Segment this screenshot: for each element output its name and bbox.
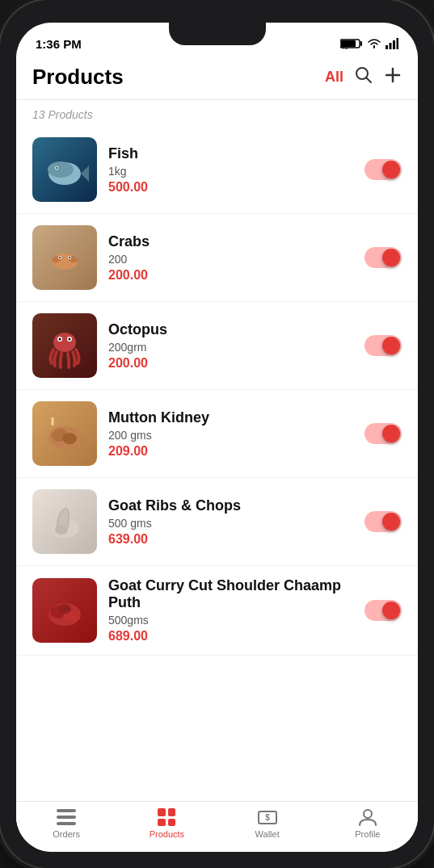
product-toggle-crabs[interactable] (364, 247, 402, 268)
product-toggle-goatribs[interactable] (364, 511, 402, 532)
search-button[interactable] (355, 66, 373, 89)
list-item[interactable]: Fish 1kg 500.00 (16, 126, 418, 214)
products-count: 13 Products (16, 100, 418, 126)
product-image-mutton (32, 401, 97, 466)
battery-icon: 40 (340, 38, 363, 49)
wifi-icon (367, 38, 381, 49)
svg-rect-6 (393, 40, 395, 49)
list-item[interactable]: Goat Curry Cut Shoulder Chaamp Puth 500g… (16, 566, 418, 656)
product-price: 200.00 (108, 356, 353, 371)
notch (169, 23, 266, 45)
phone-screen: 1:36 PM 40 (16, 23, 418, 852)
product-name: Goat Curry Cut Shoulder Chaamp Puth (108, 577, 353, 611)
status-time: 1:36 PM (36, 37, 82, 51)
profile-icon (357, 808, 378, 826)
wallet-icon: $ (257, 808, 278, 826)
bottom-nav: Orders Products $ Wallet (16, 801, 418, 852)
product-price: 200.00 (108, 268, 353, 283)
search-icon (355, 66, 373, 84)
nav-item-orders[interactable]: Orders (16, 808, 116, 839)
product-qty: 500 gms (108, 517, 353, 530)
svg-line-9 (367, 78, 372, 82)
svg-point-16 (56, 167, 57, 169)
product-price: 209.00 (108, 444, 353, 459)
product-info-fish: Fish 1kg 500.00 (108, 145, 353, 195)
products-grid-icon (158, 808, 175, 826)
nav-label-wallet: Wallet (255, 829, 280, 839)
octopus-illustration (40, 321, 89, 370)
plus-icon (384, 66, 402, 84)
product-price: 639.00 (108, 532, 353, 547)
list-item[interactable]: Mutton Kidney 200 gms 209.00 (16, 390, 418, 478)
product-info-goatribs: Goat Ribs & Chops 500 gms 639.00 (108, 497, 353, 547)
filter-all-button[interactable]: All (325, 69, 343, 86)
orders-icon (56, 808, 77, 826)
product-image-fish (32, 137, 97, 202)
svg-text:$: $ (265, 813, 270, 822)
product-name: Goat Ribs & Chops (108, 497, 353, 514)
list-item[interactable]: Goat Ribs & Chops 500 gms 639.00 (16, 478, 418, 566)
svg-rect-2 (360, 41, 362, 46)
product-qty: 1kg (108, 165, 353, 178)
svg-rect-41 (57, 822, 76, 825)
product-info-crabs: Crabs 200 200.00 (108, 233, 353, 283)
product-qty: 200grm (108, 341, 353, 354)
phone-frame: 1:36 PM 40 (0, 0, 434, 868)
products-list: Fish 1kg 500.00 (16, 126, 418, 801)
svg-rect-40 (57, 816, 76, 819)
product-price: 500.00 (108, 180, 353, 195)
product-price: 689.00 (108, 629, 353, 644)
fish-illustration (40, 145, 89, 194)
list-item[interactable]: Octopus 200grm 200.00 (16, 302, 418, 390)
header: Products All (16, 58, 418, 100)
product-toggle-mutton[interactable] (364, 423, 402, 444)
add-product-button[interactable] (384, 66, 402, 89)
profile-svg-icon (358, 808, 377, 826)
svg-point-28 (69, 338, 71, 341)
svg-text:40: 40 (341, 44, 348, 49)
svg-rect-4 (386, 45, 388, 49)
product-info-goatcurry: Goat Curry Cut Shoulder Chaamp Puth 500g… (108, 577, 353, 644)
svg-point-21 (59, 257, 61, 258)
svg-point-23 (69, 257, 70, 258)
goatcurry-illustration (40, 586, 89, 635)
nav-label-profile: Profile (355, 829, 380, 839)
product-toggle-goatcurry[interactable] (364, 600, 402, 621)
nav-label-orders: Orders (53, 829, 80, 839)
product-name: Octopus (108, 321, 353, 338)
product-image-octopus (32, 313, 97, 378)
product-qty: 200 (108, 253, 353, 266)
nav-label-products: Products (150, 829, 184, 839)
list-item[interactable]: Crabs 200 200.00 (16, 214, 418, 302)
svg-point-44 (364, 810, 372, 818)
product-image-crabs (32, 225, 97, 290)
svg-point-34 (55, 525, 68, 535)
product-name: Mutton Kidney (108, 409, 353, 426)
mutton-illustration (40, 409, 89, 458)
svg-point-13 (48, 161, 74, 178)
product-image-goatcurry (32, 578, 97, 643)
svg-rect-39 (57, 809, 76, 812)
product-qty: 200 gms (108, 429, 353, 442)
wallet-svg-icon: $ (258, 809, 277, 825)
product-name: Fish (108, 145, 353, 162)
nav-item-wallet[interactable]: $ Wallet (217, 808, 318, 839)
svg-point-24 (53, 333, 76, 352)
product-toggle-fish[interactable] (364, 159, 402, 180)
header-actions: All (325, 66, 402, 89)
orders-svg-icon (57, 809, 76, 825)
svg-marker-14 (81, 166, 89, 182)
svg-rect-5 (390, 43, 392, 49)
product-toggle-octopus[interactable] (364, 335, 402, 356)
signal-icon (386, 38, 398, 49)
product-name: Crabs (108, 233, 353, 250)
status-icons: 40 (340, 38, 398, 49)
products-icon (156, 808, 177, 826)
product-info-mutton: Mutton Kidney 200 gms 209.00 (108, 409, 353, 459)
nav-item-products[interactable]: Products (116, 808, 217, 839)
page-title: Products (32, 65, 124, 90)
svg-point-38 (58, 604, 71, 614)
svg-point-26 (59, 338, 61, 341)
product-image-goatribs (32, 489, 97, 554)
nav-item-profile[interactable]: Profile (318, 808, 418, 839)
